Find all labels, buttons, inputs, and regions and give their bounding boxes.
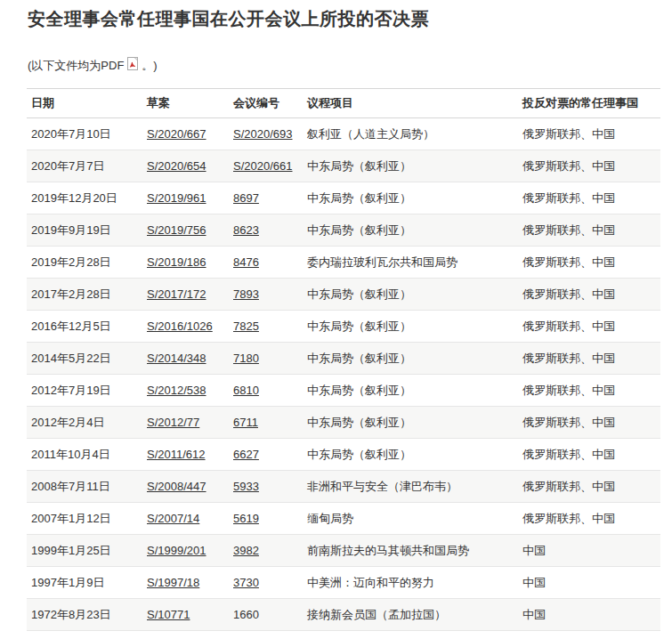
table-row: 2014年5月22日 S/2014/348 7180 中东局势（叙利亚） 俄罗斯…	[27, 343, 660, 375]
draft-link[interactable]: S/2020/654	[147, 159, 206, 173]
agenda-text: 中东局势（叙利亚）	[307, 384, 411, 397]
veto-members-text: 俄罗斯联邦、中国	[522, 255, 615, 269]
date-cell: 2007年1月12日	[27, 503, 142, 535]
meeting-link[interactable]: 8476	[233, 255, 259, 269]
veto-members-cell: 中国	[518, 535, 660, 567]
table-row: 2020年7月7日 S/2020/654 S/2020/661 中东局势（叙利亚…	[27, 150, 660, 182]
veto-members-text: 俄罗斯联邦、中国	[522, 480, 615, 493]
meeting-cell: 8697	[229, 182, 303, 214]
meeting-link[interactable]: 8623	[233, 223, 259, 237]
agenda-cell: 中美洲：迈向和平的努力	[303, 567, 518, 599]
draft-link[interactable]: S/1997/18	[147, 576, 199, 589]
veto-members-text: 俄罗斯联邦、中国	[522, 159, 615, 173]
draft-link[interactable]: S/2007/14	[147, 512, 199, 525]
veto-members-text: 俄罗斯联邦、中国	[522, 320, 615, 333]
meeting-link[interactable]: 3730	[233, 576, 259, 589]
meeting-link[interactable]: 5619	[233, 512, 259, 525]
draft-link[interactable]: S/2017/172	[147, 287, 206, 301]
table-row: 2012年2月4日 S/2012/77 6711 中东局势（叙利亚） 俄罗斯联邦…	[27, 407, 660, 439]
date-cell: 2019年2月28日	[27, 247, 142, 279]
veto-members-text: 俄罗斯联邦、中国	[522, 384, 615, 397]
draft-cell: S/2008/447	[142, 471, 229, 503]
table-row: 2020年7月10日 S/2020/667 S/2020/693 叙利亚（人道主…	[27, 118, 660, 150]
draft-link[interactable]: S/2014/348	[147, 352, 206, 365]
date-cell: 2020年7月10日	[27, 118, 142, 150]
agenda-cell: 中东局势（叙利亚）	[303, 279, 518, 311]
veto-members-text: 中国	[522, 544, 546, 557]
veto-members-cell: 俄罗斯联邦、中国	[518, 439, 660, 471]
pdf-note: (以下文件均为PDF 。)	[28, 57, 660, 74]
table-row: 2019年2月28日 S/2019/186 8476 委内瑞拉玻利瓦尔共和国局势…	[27, 247, 660, 279]
draft-link[interactable]: S/2012/538	[147, 384, 206, 397]
meeting-link[interactable]: 7893	[233, 287, 259, 301]
meeting-cell: 7825	[229, 311, 303, 343]
draft-link[interactable]: S/1999/201	[147, 544, 206, 557]
date-text: 1997年1月9日	[31, 576, 104, 589]
draft-cell: S/2007/14	[142, 503, 229, 535]
meeting-link[interactable]: 6810	[233, 384, 259, 397]
agenda-text: 中东局势（叙利亚）	[307, 448, 411, 461]
meeting-link[interactable]: 6627	[233, 448, 259, 461]
veto-members-text: 俄罗斯联邦、中国	[522, 287, 615, 301]
date-text: 2012年2月4日	[31, 416, 104, 429]
agenda-text: 中东局势（叙利亚）	[307, 191, 411, 205]
table-row: 2016年12月5日 S/2016/1026 7825 中东局势（叙利亚） 俄罗…	[27, 311, 660, 343]
column-header-draft: 草案	[142, 89, 229, 118]
table-row: 2008年7月11日 S/2008/447 5933 非洲和平与安全（津巴布韦）…	[27, 471, 660, 503]
meeting-link[interactable]: 5933	[233, 480, 259, 493]
meeting-link[interactable]: S/2020/661	[233, 159, 293, 173]
meeting-link[interactable]: S/2020/693	[233, 127, 293, 141]
agenda-cell: 缅甸局势	[303, 503, 518, 535]
date-cell: 2019年9月19日	[27, 214, 142, 247]
date-text: 1999年1月25日	[31, 544, 111, 557]
draft-link[interactable]: S/2016/1026	[147, 320, 213, 333]
veto-members-cell: 俄罗斯联邦、中国	[518, 343, 660, 375]
meeting-link[interactable]: 7825	[233, 320, 259, 333]
agenda-cell: 叙利亚（人道主义局势）	[303, 118, 518, 150]
draft-link[interactable]: S/2019/186	[147, 255, 206, 269]
date-text: 2020年7月7日	[31, 159, 104, 173]
draft-cell: S/2019/756	[142, 214, 229, 247]
draft-link[interactable]: S/2012/77	[147, 416, 199, 429]
date-text: 2012年7月19日	[31, 384, 111, 397]
agenda-text: 中东局势（叙利亚）	[307, 287, 411, 301]
agenda-cell: 非洲和平与安全（津巴布韦）	[303, 471, 518, 503]
table-row: 2012年7月19日 S/2012/538 6810 中东局势（叙利亚） 俄罗斯…	[27, 375, 660, 407]
date-cell: 1999年1月25日	[27, 535, 142, 567]
veto-members-cell: 俄罗斯联邦、中国	[518, 471, 660, 503]
draft-link[interactable]: S/2019/756	[147, 223, 206, 237]
meeting-link[interactable]: 7180	[233, 352, 259, 365]
page-title: 安全理事会常任理事国在公开会议上所投的否决票	[28, 8, 660, 29]
agenda-cell: 中东局势（叙利亚）	[303, 407, 518, 439]
meeting-link[interactable]: 3982	[233, 544, 259, 557]
veto-members-cell: 俄罗斯联邦、中国	[518, 150, 660, 182]
agenda-text: 中东局势（叙利亚）	[307, 159, 411, 173]
meeting-cell: 3730	[229, 567, 303, 599]
meeting-cell: 5619	[229, 503, 303, 535]
date-text: 2017年2月28日	[31, 287, 111, 301]
veto-members-cell: 中国	[518, 599, 660, 631]
date-text: 2019年12月20日	[31, 191, 117, 205]
draft-link[interactable]: S/2008/447	[147, 480, 206, 493]
draft-link[interactable]: S/2020/667	[147, 127, 206, 141]
meeting-link[interactable]: 6711	[233, 416, 258, 429]
agenda-cell: 中东局势（叙利亚）	[303, 343, 518, 375]
agenda-text: 中东局势（叙利亚）	[307, 223, 411, 237]
table-row: 1972年8月23日 S/10771 1660 接纳新会员国（孟加拉国） 中国	[27, 599, 660, 631]
date-text: 2019年2月28日	[31, 255, 111, 269]
draft-link[interactable]: S/2011/612	[147, 448, 206, 461]
veto-members-cell: 俄罗斯联邦、中国	[518, 247, 660, 279]
agenda-cell: 前南斯拉夫的马其顿共和国局势	[303, 535, 518, 567]
draft-cell: S/2014/348	[142, 343, 229, 375]
draft-link[interactable]: S/2019/961	[147, 191, 206, 205]
agenda-text: 前南斯拉夫的马其顿共和国局势	[307, 544, 469, 557]
draft-link[interactable]: S/10771	[147, 608, 190, 621]
meeting-number-text: 1660	[233, 608, 259, 621]
table-row: 2019年9月19日 S/2019/756 8623 中东局势（叙利亚） 俄罗斯…	[27, 214, 660, 247]
date-cell: 2014年5月22日	[27, 343, 142, 375]
veto-members-cell: 俄罗斯联邦、中国	[518, 118, 660, 150]
draft-cell: S/10771	[142, 599, 229, 631]
agenda-cell: 中东局势（叙利亚）	[303, 182, 518, 214]
meeting-link[interactable]: 8697	[233, 191, 259, 205]
veto-members-cell: 俄罗斯联邦、中国	[518, 311, 660, 343]
